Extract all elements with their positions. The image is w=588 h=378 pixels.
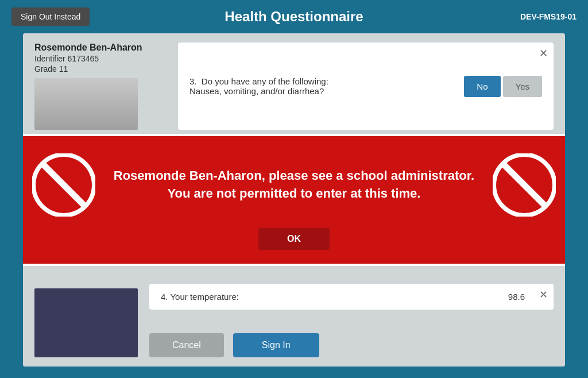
student-photo (34, 78, 138, 130)
bottom-right-section: 4. Your temperature: 98.6 ✕ Cancel Sign … (149, 284, 554, 357)
student-identifier: Identifier 6173465 (34, 54, 161, 63)
yes-button[interactable]: Yes (503, 76, 542, 97)
question3-area: ✕ 3. Do you have any of the following:Na… (178, 43, 554, 130)
student-grade: Grade 11 (34, 64, 161, 74)
close-button-2[interactable]: ✕ (539, 288, 548, 301)
answer-buttons: No Yes (464, 76, 542, 97)
alert-main-row: Rosemonde Ben-Aharon, please see a schoo… (32, 153, 556, 217)
close-button[interactable]: ✕ (539, 47, 548, 60)
page-title: Health Questionnaire (225, 9, 363, 25)
action-buttons: Cancel Sign In (149, 333, 554, 357)
signin-button[interactable]: Sign In (233, 333, 319, 357)
alert-dialog: Rosemonde Ben-Aharon, please see a schoo… (23, 134, 565, 266)
student-info: Rosemonde Ben-Aharon Identifier 6173465 … (34, 43, 161, 130)
card-bottom-section: 4. Your temperature: 98.6 ✕ Cancel Sign … (23, 278, 565, 367)
temperature-value: 98.6 (508, 292, 525, 302)
dev-code-label: DEV-FMS19-01 (520, 12, 577, 21)
no-button[interactable]: No (464, 76, 500, 97)
no-entry-icon-right (493, 153, 556, 217)
question3-text: 3. Do you have any of the following:Naus… (189, 76, 452, 96)
cancel-button[interactable]: Cancel (149, 333, 224, 357)
no-entry-icon-left (32, 153, 95, 217)
student-name: Rosemonde Ben-Aharon (34, 43, 161, 53)
temperature-area: 4. Your temperature: 98.6 ✕ (149, 284, 554, 310)
svg-line-3 (504, 165, 544, 205)
svg-line-1 (44, 165, 84, 205)
app-header: Sign Out Instead Health Questionnaire DE… (0, 0, 588, 33)
temperature-question: 4. Your temperature: (161, 292, 239, 302)
alert-message: Rosemonde Ben-Aharon, please see a schoo… (113, 167, 475, 203)
sign-out-button[interactable]: Sign Out Instead (11, 7, 90, 26)
main-card: Rosemonde Ben-Aharon Identifier 6173465 … (23, 33, 565, 367)
ok-button[interactable]: OK (258, 228, 330, 250)
student-photo-bottom (34, 288, 138, 357)
card-top-section: Rosemonde Ben-Aharon Identifier 6173465 … (23, 33, 565, 139)
